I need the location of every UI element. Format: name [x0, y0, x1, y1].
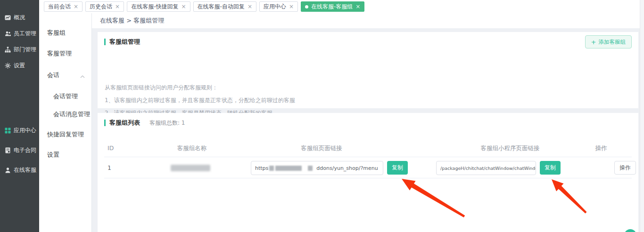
tab-label: 在线客服-客服组 — [311, 3, 353, 11]
column-header-action: 操作 — [587, 139, 615, 157]
active-tab-dot-icon — [305, 5, 308, 8]
add-service-group-button[interactable]: + 添加客服组 — [585, 35, 632, 48]
sidebar-item-label: 员工管理 — [14, 30, 36, 38]
sidebar-item-overview[interactable]: 概况 — [0, 9, 39, 25]
miniprogram-link-input[interactable]: /packageH/chitchat/chatWindow/chatWindow… — [436, 161, 536, 175]
page-link-input[interactable]: https ddons/yun_shop/?menu — [251, 161, 383, 175]
title-bar-mark — [104, 120, 106, 126]
sidebar-item-label: 在线客服 — [14, 166, 36, 174]
submenu-item-service-management[interactable]: 客服管理 — [47, 49, 72, 58]
row-id: 1 — [107, 157, 126, 178]
column-header-page-link: 客服组页面链接 — [263, 139, 380, 157]
sidebar-item-label: 概况 — [14, 14, 25, 22]
link-redaction-block — [308, 166, 313, 171]
chevron-up-icon — [80, 72, 85, 80]
miniprogram-link-text: /packageH/chitchat/chatWindow/chatWindow… — [440, 166, 536, 171]
assign-rule-1: 1、该客服组内之前聊过客服，并且客服是正常状态，分配给之前聊过的客服 — [105, 96, 295, 104]
employees-icon — [5, 31, 11, 37]
tab-close-icon[interactable]: × — [248, 4, 252, 9]
primary-sidebar: 概况 员工管理 部门管理 设置 应用中心 电子合同 在线客服 — [0, 0, 39, 232]
sidebar-item-department-management[interactable]: 部门管理 — [0, 41, 39, 57]
scrollbar-track[interactable] — [640, 0, 644, 232]
sidebar-item-settings[interactable]: 设置 — [0, 57, 39, 73]
sidebar-item-label: 设置 — [14, 62, 25, 70]
link-redaction-block — [275, 166, 302, 171]
sidebar-item-label: 部门管理 — [14, 46, 36, 54]
tab-close-icon[interactable]: × — [74, 4, 78, 9]
submenu-item-settings[interactable]: 设置 — [47, 151, 59, 159]
tab-label: 在线客服-快捷回复 — [131, 3, 178, 11]
overview-chart-icon — [5, 15, 11, 21]
title-bar-mark — [104, 39, 106, 45]
breadcrumb: 在线客服 > 客服组管理 — [92, 13, 640, 28]
submenu-item-session-management[interactable]: 会话管理 — [53, 92, 78, 101]
tab-label: 在线客服-自动回复 — [198, 3, 245, 11]
tab-label: 历史会话 — [90, 3, 112, 11]
tab-label: 当前会话 — [48, 3, 71, 11]
submenu-item-label: 会话 — [47, 72, 59, 79]
panel-title: 客服组列表 — [109, 119, 140, 127]
e-contract-icon — [5, 147, 11, 153]
column-header-miniprogram-link: 客服组小程序页面链接 — [451, 139, 569, 157]
tab-label: 应用中心 — [264, 3, 286, 11]
submenu-item-session[interactable]: 会话 — [47, 71, 91, 80]
sidebar-item-employee-management[interactable]: 员工管理 — [0, 25, 39, 41]
settings-gear-icon — [5, 63, 11, 69]
copy-page-link-button[interactable]: 复制 — [387, 161, 408, 175]
tab-app-center[interactable]: 应用中心 × — [259, 1, 298, 12]
page-link-prefix: https — [255, 165, 268, 171]
submenu-item-service-group[interactable]: 客服组 — [47, 29, 66, 37]
tab-service-group-active[interactable]: 在线客服-客服组 × — [301, 1, 364, 12]
table-header-row: ID 客服组名称 客服组页面链接 客服组小程序页面链接 操作 — [104, 139, 632, 157]
service-group-manage-panel: 客服组管理 + 添加客服组 从客服组页面链接访问的用户分配客服规则： 1、该客服… — [98, 32, 638, 108]
submenu-item-quick-reply-management[interactable]: 快捷回复管理 — [47, 130, 84, 139]
sidebar-item-e-contract[interactable]: 电子合同 — [0, 140, 39, 160]
add-service-group-label: 添加客服组 — [599, 39, 626, 46]
tab-close-icon[interactable]: × — [289, 4, 294, 9]
column-header-name: 客服组名称 — [154, 139, 230, 157]
service-group-list-panel: 客服组列表 客服组总数: 1 ID 客服组名称 客服组页面链接 客服组小程序页面… — [98, 113, 638, 232]
table-row: 1 https ddons/yun_shop/?menu 复制 /package… — [104, 157, 632, 178]
sidebar-item-app-center[interactable]: 应用中心 — [0, 120, 39, 140]
sidebar-item-online-service[interactable]: 在线客服 — [0, 160, 39, 180]
group-total-count: 客服组总数: 1 — [149, 119, 185, 127]
departments-icon — [5, 47, 11, 53]
online-service-icon — [5, 167, 11, 173]
tab-auto-reply[interactable]: 在线客服-自动回复 × — [193, 1, 256, 12]
app-center-icon — [5, 128, 11, 134]
tab-bar: 当前会话 × 历史会话 × 在线客服-快捷回复 × 在线客服-自动回复 × 应用… — [39, 0, 640, 13]
tab-close-icon[interactable]: × — [115, 4, 120, 9]
tab-close-icon[interactable]: × — [181, 4, 186, 9]
group-name-redacted — [171, 165, 210, 171]
link-redaction-block — [269, 166, 274, 171]
column-header-id: ID — [107, 139, 126, 157]
sidebar-item-label: 应用中心 — [14, 127, 36, 135]
assign-rules-intro: 从客服组页面链接访问的用户分配客服规则： — [105, 84, 218, 92]
copy-miniprogram-link-button[interactable]: 复制 — [540, 161, 561, 175]
panel-title: 客服组管理 — [109, 38, 140, 46]
sidebar-item-label: 电子合同 — [14, 146, 36, 154]
tab-quick-reply[interactable]: 在线客服-快捷回复 × — [127, 1, 190, 12]
tab-close-icon[interactable]: × — [355, 4, 360, 9]
submenu-item-session-message-management[interactable]: 会话消息管理 — [53, 110, 90, 119]
row-action-button[interactable]: 操作 — [614, 161, 636, 175]
page-link-suffix: ddons/yun_shop/?menu — [316, 165, 378, 171]
plus-icon: + — [591, 39, 596, 46]
tab-history-session[interactable]: 历史会话 × — [85, 1, 124, 12]
secondary-sidebar: 客服组 客服管理 会话 会话管理 会话消息管理 快捷回复管理 设置 — [39, 13, 92, 232]
tab-current-session[interactable]: 当前会话 × — [44, 1, 83, 12]
